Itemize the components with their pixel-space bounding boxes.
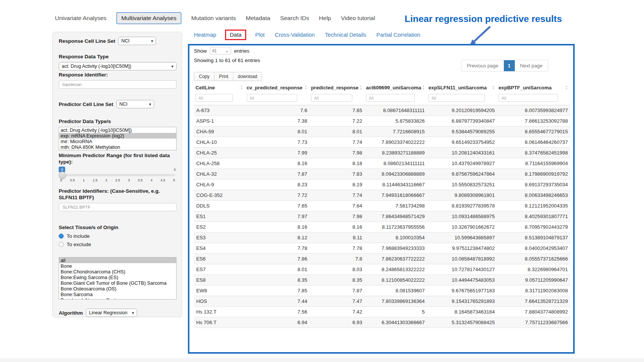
- tissues-listbox[interactable]: allBoneBone:Chondrosarcoma (CHS)Bone:Ewi…: [59, 257, 177, 300]
- slider-tick-label: 4.5: [160, 178, 165, 182]
- nav-item[interactable]: Multivariate Analyses: [116, 12, 181, 24]
- export-button-group: CopyPrintdownload: [194, 72, 262, 81]
- table-cell: 8.11: [309, 232, 364, 243]
- algorithm-row: Algorithm Linear Regression ▾: [59, 309, 176, 317]
- algorithm-label: Algorithm: [59, 310, 83, 316]
- algorithm-select[interactable]: Linear Regression ▾: [86, 309, 137, 317]
- listbox-option[interactable]: Bone:Sarcoma: [59, 292, 176, 297]
- listbox-option[interactable]: mth: DNA 850K Methylation: [59, 144, 176, 150]
- predictor-cell-line-set-label: Predictor Cell Line Set: [59, 101, 113, 108]
- table-cell: 7.98: [309, 148, 364, 158]
- cell-line-name: A-673: [194, 105, 245, 116]
- previous-page-button[interactable]: Previous page: [461, 60, 503, 71]
- column-header-predicted_response[interactable]: predicted_response▲▼: [309, 83, 364, 93]
- table-cell: 9.05711205990647: [497, 275, 570, 286]
- sort-icon[interactable]: ▲▼: [565, 85, 569, 90]
- table-cell: 8.3226980964701: [497, 264, 570, 275]
- tab-partial-correlation[interactable]: Partial Correlation: [377, 32, 420, 38]
- table-cell: 9.87567596247864: [427, 169, 497, 179]
- copy-button[interactable]: Copy: [194, 72, 214, 81]
- listbox-option[interactable]: Bone: [59, 263, 176, 269]
- table-cell: 8.03: [309, 264, 364, 275]
- listbox-option[interactable]: mir: MicroRNA: [59, 139, 176, 144]
- column-filter-input-act609699_unisarcoma[interactable]: [366, 94, 415, 102]
- table-cell: 8.81939277839578: [427, 201, 497, 211]
- sort-icon[interactable]: ▲▼: [360, 85, 363, 90]
- column-header-expbptf_unisarcoma[interactable]: expBPTF_uniSarcoma▲▼: [497, 83, 570, 93]
- print-button[interactable]: Print: [214, 72, 233, 81]
- table-cell: 8.05557371625666: [497, 254, 570, 264]
- table-cell: 8.16: [245, 158, 309, 169]
- column-filter-input-cellline[interactable]: [195, 94, 233, 102]
- radio-unselected-icon[interactable]: [59, 242, 64, 247]
- nav-item[interactable]: Search IDs: [280, 12, 309, 24]
- response-cell-line-set-select[interactable]: NCI ▾: [118, 37, 156, 45]
- tab-heatmap[interactable]: Heatmap: [194, 32, 216, 38]
- table-cell: 7.65: [245, 201, 309, 211]
- nav-item[interactable]: Univariate Analyses: [55, 12, 106, 24]
- nav-item[interactable]: Mutation variants: [191, 12, 236, 24]
- predictor-identifiers-label: Predictor Identifiers: (Case-Sensitive, …: [59, 188, 174, 201]
- table-row: ES78.018.038.2486581332222210.7278174430…: [194, 264, 570, 275]
- show-entries-select[interactable]: 61 ⌄: [210, 47, 231, 55]
- page-number-button[interactable]: 1: [504, 60, 515, 71]
- table-row: CHLA-327.877.838.094233068888899.8756759…: [194, 169, 570, 179]
- tab-data[interactable]: Data: [225, 30, 247, 40]
- chevron-down-icon: ▾: [171, 64, 174, 69]
- sort-icon[interactable]: ▲▼: [422, 85, 425, 90]
- sort-icon[interactable]: ▲▼: [240, 85, 244, 90]
- response-data-type-select[interactable]: act: Drug Activity (-log10[IC50M]) ▾: [59, 62, 177, 70]
- listbox-option[interactable]: Bone:Chondrosarcoma (CHS): [59, 269, 176, 275]
- table-cell: 7.87: [245, 169, 309, 179]
- tissue-exclude-radio-row[interactable]: To exclude: [59, 242, 176, 247]
- predictor-data-types-listbox[interactable]: act: Drug Activity (-log10[IC50M])exp: m…: [59, 127, 177, 150]
- sort-icon[interactable]: ▲▼: [305, 85, 308, 90]
- column-header-content: CellLine▲▼: [195, 85, 244, 90]
- column-filter-input-predicted_response[interactable]: [311, 94, 352, 102]
- show-entries-row: Show 61 ⌄ entries: [194, 47, 249, 55]
- table-cell: 7.65: [309, 105, 364, 116]
- table-cell: 7.89023374022222: [364, 137, 427, 148]
- radio-selected-icon[interactable]: [59, 234, 64, 239]
- listbox-option[interactable]: Peripheral_Nervous_System: [59, 297, 176, 300]
- tab-technical-details[interactable]: Technical Details: [325, 32, 366, 38]
- listbox-option[interactable]: exp: mRNA Expression (log2): [59, 133, 176, 139]
- listbox-option[interactable]: act: Drug Activity (-log10[IC50M]): [59, 127, 176, 133]
- response-identifier-input[interactable]: topotecan: [59, 80, 177, 89]
- tab-plot[interactable]: Plot: [255, 32, 264, 38]
- next-page-button[interactable]: Next page: [515, 60, 548, 71]
- listbox-option[interactable]: all: [59, 257, 176, 263]
- predictor-cell-line-set-row: Predictor Cell Line Set NCI ▾: [59, 100, 176, 108]
- column-header-cv_predicted_response[interactable]: cv_predicted_response▲▼: [245, 83, 309, 93]
- nav-item[interactable]: Video tutorial: [341, 12, 375, 24]
- table-cell: 7.44: [245, 296, 309, 307]
- min-predictor-range-slider[interactable]: 0 5 00.511.522.533.544.55: [59, 167, 176, 184]
- table-cell: 5.31324579088425: [427, 317, 497, 328]
- listbox-option[interactable]: Bone:Giant Cell Tumor of Bone (GCTB) Sar…: [59, 280, 176, 286]
- predictor-cell-line-set-select[interactable]: NCI ▾: [116, 100, 154, 108]
- column-header-act609699_unisarcoma[interactable]: act609699_uniSarcoma▲▼: [364, 83, 427, 93]
- table-cell: 8.35: [309, 275, 364, 286]
- table-row: ES47.787.787.968839492333339.97511238474…: [194, 243, 570, 254]
- listbox-option[interactable]: Bone:Ewing Sarcoma (ES): [59, 275, 176, 280]
- column-filter-input-expbptf_unisarcoma[interactable]: [499, 94, 558, 102]
- slider-tick-label: 3.5: [138, 178, 143, 182]
- tissue-include-radio-row[interactable]: To include: [59, 233, 176, 239]
- tab-cross-validation[interactable]: Cross-Validation: [275, 32, 314, 38]
- column-filter-input-cv_predicted_response[interactable]: [247, 94, 297, 102]
- column-header-cellline[interactable]: CellLine▲▼: [194, 83, 245, 93]
- listbox-option[interactable]: Bone:Osteosarcoma (OS): [59, 286, 176, 292]
- predictor-identifiers-input[interactable]: SLFN11 BPTF: [59, 203, 177, 211]
- window-bottom-edge: [0, 358, 644, 362]
- table-cell: 9.97511238474802: [427, 243, 497, 254]
- slider-handle[interactable]: [59, 172, 66, 179]
- sort-icon[interactable]: ▲▼: [492, 85, 496, 90]
- download-button[interactable]: download: [233, 72, 262, 81]
- nav-item[interactable]: Help: [319, 12, 331, 24]
- column-filter-input-expslfn11_unisarcoma[interactable]: [428, 94, 485, 102]
- table-cell: 7.78: [245, 243, 309, 254]
- nav-item[interactable]: Metadata: [246, 12, 270, 24]
- slider-track[interactable]: [59, 174, 175, 176]
- sort-down-arrow-icon: ▼: [360, 88, 362, 90]
- column-header-expslfn11_unisarcoma[interactable]: expSLFN11_uniSarcoma▲▼: [427, 83, 497, 93]
